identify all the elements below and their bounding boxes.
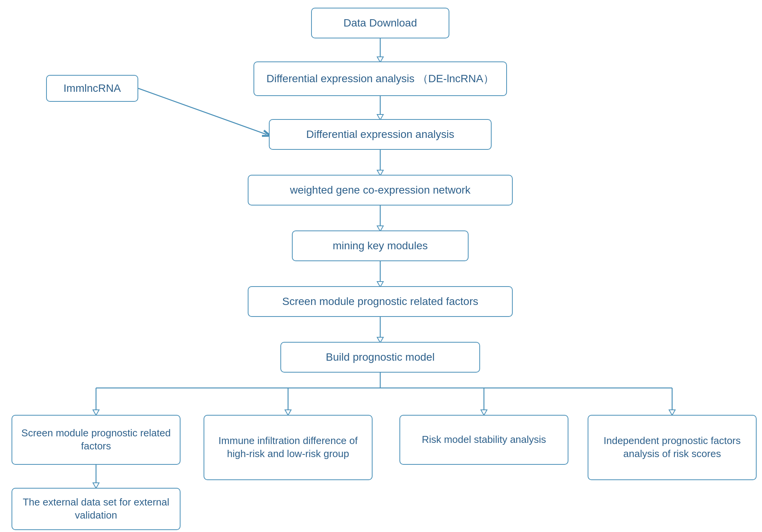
data-download-box: Data Download <box>311 8 449 38</box>
external-data-box: The external data set for external valid… <box>12 488 181 530</box>
diff-expression-box: Differential expression analysis <box>269 119 492 150</box>
svg-marker-19 <box>285 410 291 415</box>
svg-line-5 <box>138 88 267 134</box>
imm-lncrna-box: ImmlncRNA <box>46 75 138 102</box>
bottom1-box: Screen module prognostic related factors <box>12 415 181 465</box>
weighted-gene-box: weighted gene co-expression network <box>248 175 513 206</box>
bottom2-box: Immune infiltration difference of high-r… <box>204 415 373 480</box>
svg-marker-23 <box>669 410 675 415</box>
flowchart: Data Download Differential expression an… <box>0 0 762 532</box>
svg-marker-17 <box>93 410 99 415</box>
build-prognostic-box: Build prognostic model <box>280 342 480 373</box>
de-lncrna-box: Differential expression analysis （DE-lnc… <box>253 61 507 96</box>
mining-key-box: mining key modules <box>292 230 469 261</box>
svg-marker-21 <box>481 410 487 415</box>
screen-module-box: Screen module prognostic related factors <box>248 286 513 317</box>
svg-marker-25 <box>93 483 99 488</box>
bottom3-box: Risk model stability analysis <box>399 415 568 465</box>
bottom4-box: Independent prognostic factors analysis … <box>588 415 757 480</box>
